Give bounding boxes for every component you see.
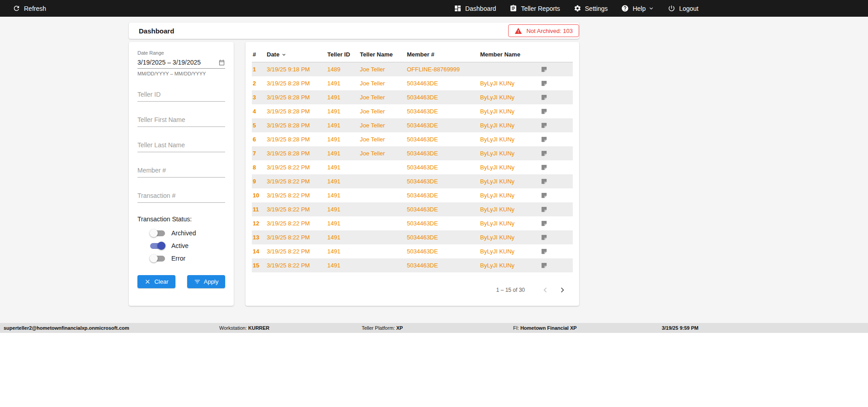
member-number-input[interactable] — [137, 164, 225, 178]
note-icon[interactable] — [541, 108, 547, 115]
nav-logout[interactable]: Logout — [668, 5, 698, 12]
cell-date: 3/19/25 8:22 PM — [267, 160, 327, 174]
note-icon[interactable] — [541, 66, 547, 73]
cell-member-name: ByLyJI KUNy — [480, 202, 541, 216]
cell-member-name: ByLyJI KUNy — [480, 216, 541, 230]
column-header-number[interactable]: # — [252, 47, 267, 62]
table-row[interactable]: 11 3/19/25 8:22 PM 1491 5034463DE ByLyJI… — [252, 202, 573, 216]
cell-actions — [541, 160, 573, 174]
filter-icon — [194, 278, 201, 285]
error-toggle[interactable] — [150, 256, 165, 262]
column-header-teller-name[interactable]: Teller Name — [360, 47, 407, 62]
cell-date: 3/19/25 8:22 PM — [267, 174, 327, 188]
cell-member-name: ByLyJI KUNy — [480, 132, 541, 146]
apply-button[interactable]: Apply — [187, 275, 225, 288]
cell-teller-name — [360, 202, 407, 216]
note-icon[interactable] — [541, 262, 547, 269]
cell-date: 3/19/25 8:22 PM — [267, 202, 327, 216]
nav-teller-reports[interactable]: Teller Reports — [509, 5, 560, 12]
table-row[interactable]: 6 3/19/25 8:28 PM 1491 Joe Teller 503446… — [252, 132, 573, 146]
power-icon — [668, 5, 675, 12]
transaction-number-input[interactable] — [137, 190, 225, 203]
table-row[interactable]: 13 3/19/25 8:22 PM 1491 5034463DE ByLyJI… — [252, 230, 573, 244]
not-archived-badge[interactable]: Not Archived: 103 — [508, 24, 579, 37]
column-header-member-name[interactable]: Member Name — [480, 47, 541, 62]
cell-member-name: ByLyJI KUNy — [480, 160, 541, 174]
archived-toggle-label: Archived — [171, 229, 196, 237]
note-icon[interactable] — [541, 122, 547, 129]
note-icon[interactable] — [541, 220, 547, 227]
refresh-label: Refresh — [24, 5, 46, 12]
cell-actions — [541, 104, 573, 118]
cell-teller-id: 1491 — [327, 160, 360, 174]
teller-last-name-input[interactable] — [137, 139, 225, 152]
table-row[interactable]: 8 3/19/25 8:22 PM 1491 5034463DE ByLyJI … — [252, 160, 573, 174]
cell-number: 5 — [252, 118, 267, 132]
nav-dashboard[interactable]: Dashboard — [454, 5, 496, 12]
table-row[interactable]: 12 3/19/25 8:22 PM 1491 5034463DE ByLyJI… — [252, 216, 573, 230]
table-row[interactable]: 1 3/19/25 9:18 PM 1489 Joe Teller OFFLIN… — [252, 62, 573, 76]
active-toggle[interactable] — [150, 243, 165, 249]
cell-actions — [541, 258, 573, 272]
cell-date: 3/19/25 8:28 PM — [267, 90, 327, 104]
cell-member-number: OFFLINE-88769999 — [407, 62, 480, 76]
table-row[interactable]: 10 3/19/25 8:22 PM 1491 5034463DE ByLyJI… — [252, 188, 573, 202]
cell-number: 6 — [252, 132, 267, 146]
teller-id-input[interactable] — [137, 89, 225, 102]
note-icon[interactable] — [541, 248, 547, 255]
workstation-label: Workstation: — [219, 325, 247, 331]
table-row[interactable]: 4 3/19/25 8:28 PM 1491 Joe Teller 503446… — [252, 104, 573, 118]
table-body: 1 3/19/25 9:18 PM 1489 Joe Teller OFFLIN… — [252, 62, 573, 272]
note-icon[interactable] — [541, 206, 547, 213]
date-range-input[interactable] — [137, 59, 218, 66]
cell-actions — [541, 90, 573, 104]
cell-number: 10 — [252, 188, 267, 202]
note-icon[interactable] — [541, 178, 547, 185]
column-header-member-number[interactable]: Member # — [407, 47, 480, 62]
teller-platform-info: Teller Platform: XP — [362, 325, 403, 331]
nav-help[interactable]: Help — [621, 5, 654, 12]
note-icon[interactable] — [541, 164, 547, 171]
note-icon[interactable] — [541, 234, 547, 241]
table-row[interactable]: 9 3/19/25 8:22 PM 1491 5034463DE ByLyJI … — [252, 174, 573, 188]
nav-dashboard-label: Dashboard — [465, 5, 496, 12]
calendar-icon[interactable] — [218, 59, 225, 66]
cell-number: 2 — [252, 76, 267, 90]
chevron-left-icon — [540, 285, 550, 295]
next-page-button[interactable] — [557, 285, 567, 295]
clear-button[interactable]: Clear — [137, 275, 175, 288]
transaction-status-label: Transaction Status: — [137, 215, 225, 223]
cell-member-name — [480, 62, 541, 76]
table-row[interactable]: 15 3/19/25 8:22 PM 1491 5034463DE ByLyJI… — [252, 258, 573, 272]
fi-label: FI: — [513, 325, 519, 331]
nav-settings[interactable]: Settings — [574, 5, 608, 12]
cell-member-number: 5034463DE — [407, 188, 480, 202]
cell-teller-name — [360, 244, 407, 258]
table-row[interactable]: 3 3/19/25 8:28 PM 1491 Joe Teller 503446… — [252, 90, 573, 104]
table-row[interactable]: 14 3/19/25 8:22 PM 1491 5034463DE ByLyJI… — [252, 244, 573, 258]
archived-toggle[interactable] — [150, 230, 165, 236]
note-icon[interactable] — [541, 94, 547, 101]
table-row[interactable]: 7 3/19/25 8:28 PM 1491 Joe Teller 503446… — [252, 146, 573, 160]
cell-number: 7 — [252, 146, 267, 160]
cell-member-number: 5034463DE — [407, 90, 480, 104]
column-header-teller-id[interactable]: Teller ID — [327, 47, 360, 62]
note-icon[interactable] — [541, 80, 547, 87]
refresh-button[interactable]: Refresh — [13, 5, 46, 12]
note-icon[interactable] — [541, 150, 547, 157]
cell-date: 3/19/25 8:28 PM — [267, 132, 327, 146]
column-header-date[interactable]: Date — [267, 47, 327, 62]
note-icon[interactable] — [541, 192, 547, 199]
help-icon — [621, 5, 629, 12]
teller-first-name-input[interactable] — [137, 114, 225, 127]
table-row[interactable]: 5 3/19/25 8:28 PM 1491 Joe Teller 503446… — [252, 118, 573, 132]
cell-member-name: ByLyJI KUNy — [480, 104, 541, 118]
cell-member-name: ByLyJI KUNy — [480, 118, 541, 132]
note-icon[interactable] — [541, 136, 547, 143]
not-archived-label: Not Archived: 103 — [526, 28, 573, 34]
previous-page-button[interactable] — [540, 285, 550, 295]
transactions-table: # Date Teller ID Teller Name Member # — [252, 47, 573, 272]
table-row[interactable]: 2 3/19/25 8:28 PM 1491 Joe Teller 503446… — [252, 76, 573, 90]
date-range-field[interactable] — [137, 56, 225, 69]
nav-help-label: Help — [632, 5, 646, 12]
